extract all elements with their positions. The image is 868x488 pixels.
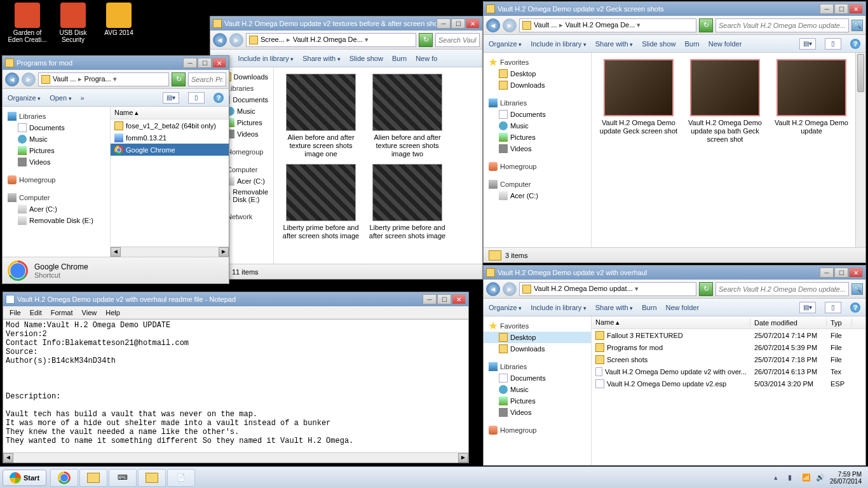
scrollbar[interactable] [855, 53, 865, 247]
nav-libraries[interactable]: Libraries [3, 111, 110, 122]
minimize-button[interactable]: ─ [423, 294, 437, 304]
minimize-button[interactable]: ─ [183, 58, 197, 68]
task-explorer-2[interactable] [138, 469, 166, 487]
list-item[interactable]: Screen shots 25/07/2014 7:18 PM File [592, 353, 865, 365]
col-name[interactable]: Name ▴ [111, 109, 229, 117]
file-list[interactable]: Name ▴ fose_v1_2_beta2 (64bit only) fomm… [111, 107, 229, 257]
desktop-icon[interactable]: AVG 2014 [97, 3, 141, 36]
burn-button[interactable]: Burn [642, 304, 656, 311]
forward-button[interactable]: ► [503, 18, 517, 32]
close-button[interactable]: ✕ [849, 4, 863, 14]
nav-libraries[interactable]: Libraries [484, 97, 591, 109]
forward-button[interactable]: ► [22, 72, 36, 86]
list-item[interactable]: fose_v1_2_beta2 (64bit only) [111, 119, 229, 132]
thumbnail-item[interactable]: Alien before and after texture screen sh… [367, 74, 448, 159]
nav-videos[interactable]: Videos [484, 143, 591, 154]
nav-documents[interactable]: Documents [3, 122, 110, 133]
help-icon[interactable]: ? [214, 93, 224, 103]
include-library-button[interactable]: Include in library [238, 55, 294, 62]
back-button[interactable]: ◄ [5, 72, 19, 86]
view-button[interactable]: ▤▾ [163, 92, 179, 104]
nav-computer[interactable]: Computer [3, 192, 110, 203]
volume-icon[interactable]: 🔊 [816, 473, 825, 482]
close-button[interactable]: ✕ [466, 18, 480, 29]
close-button[interactable]: ✕ [212, 58, 226, 68]
search-box[interactable] [188, 72, 226, 86]
maximize-button[interactable]: ☐ [451, 18, 465, 29]
scroll-left[interactable]: ◄ [3, 453, 13, 463]
help-icon[interactable]: ? [850, 39, 860, 49]
nav-downloads[interactable]: Downloads [484, 343, 591, 355]
list-item[interactable]: Google Chrome [111, 144, 229, 156]
list-item[interactable]: Programs for mod 26/07/2014 5:39 PM File [592, 341, 865, 353]
address-bar[interactable]: Vault ... Progra... [38, 72, 169, 86]
col-date[interactable]: Date modified [750, 319, 827, 327]
preview-pane-button[interactable]: ▯ [825, 302, 841, 313]
nav-music[interactable]: Music [3, 133, 110, 145]
view-button[interactable]: ▤▾ [799, 38, 816, 50]
system-tray[interactable]: ▴ ▮ 📶 🔊 7:59 PM 26/07/2014 [770, 471, 865, 485]
nav-pictures[interactable]: Pictures [3, 145, 110, 156]
list-item[interactable]: Vault H.2 Omega Demo update v2 with over… [592, 365, 865, 377]
organize-button[interactable]: Organize [489, 304, 522, 311]
minimize-button[interactable]: ─ [820, 268, 834, 278]
menu-format[interactable]: Format [47, 308, 77, 318]
task-keyboard[interactable]: ⌨ [109, 469, 137, 487]
menu-edit[interactable]: Edit [26, 308, 46, 318]
view-button[interactable]: ▤▾ [799, 302, 816, 313]
nav-homegroup[interactable]: Homegroup [484, 161, 591, 172]
nav-favorites[interactable]: Favorites [484, 57, 591, 68]
maximize-button[interactable]: ☐ [834, 268, 848, 278]
file-list[interactable]: Name ▴ Date modified Typ Fallout 3 RETEX… [592, 316, 865, 465]
minimize-button[interactable]: ─ [437, 18, 451, 29]
list-item[interactable]: Fallout 3 RETEXTURED 25/07/2014 7:14 PM … [592, 329, 865, 341]
refresh-button[interactable]: ↻ [172, 72, 186, 86]
clock[interactable]: 7:59 PM 26/07/2014 [830, 471, 862, 485]
address-bar[interactable]: Vault ... Vault H.2 Omega De... [519, 18, 696, 32]
start-button[interactable]: Start [3, 470, 46, 486]
nav-pictures[interactable]: Pictures [484, 132, 591, 143]
nav-homegroup[interactable]: Homegroup [3, 174, 110, 186]
nav-desktop[interactable]: Desktop [484, 68, 591, 79]
preview-pane-button[interactable]: ▯ [825, 38, 841, 50]
task-notepad[interactable]: 📄 [167, 469, 195, 487]
new-folder-button[interactable]: New folder [709, 40, 742, 48]
task-chrome[interactable] [50, 469, 78, 487]
back-button[interactable]: ◄ [486, 18, 500, 32]
nav-music[interactable]: Music [484, 120, 591, 132]
col-name[interactable]: Name ▴ [592, 318, 750, 327]
nav-music[interactable]: Music [484, 384, 591, 395]
minimize-button[interactable]: ─ [820, 4, 834, 14]
nav-pane[interactable]: Libraries Documents Music Pictures Video… [3, 107, 111, 257]
titlebar[interactable]: Vault H.2 Omega Demo update v2 with over… [3, 292, 468, 306]
maximize-button[interactable]: ☐ [437, 294, 451, 304]
nav-libraries[interactable]: Libraries [484, 361, 591, 372]
nav-homegroup[interactable]: Homegroup [484, 424, 591, 436]
menu-help[interactable]: Help [102, 308, 124, 318]
thumbnail-item[interactable]: Liberty prime before and after screen sh… [367, 164, 448, 240]
maximize-button[interactable]: ☐ [834, 4, 848, 14]
nav-videos[interactable]: Videos [484, 407, 591, 418]
back-button[interactable]: ◄ [213, 33, 227, 47]
nav-pane[interactable]: Favorites Desktop Downloads Libraries Do… [484, 316, 592, 465]
preview-pane-button[interactable]: ▯ [188, 92, 205, 104]
include-library-button[interactable]: Include in library [531, 40, 587, 48]
nav-computer[interactable]: Computer [484, 179, 591, 190]
search-box[interactable] [435, 33, 480, 47]
new-folder-button[interactable]: New folder [666, 304, 700, 311]
task-explorer[interactable] [79, 469, 107, 487]
forward-button[interactable]: ► [503, 282, 517, 296]
tray-expand-icon[interactable]: ▴ [774, 473, 783, 482]
share-button[interactable]: Share with [595, 40, 634, 48]
nav-documents[interactable]: Documents [484, 109, 591, 120]
refresh-button[interactable]: ↻ [699, 18, 713, 32]
titlebar[interactable]: Vault H.2 Omega Demo update v2 with over… [484, 266, 865, 280]
include-library-button[interactable]: Include in library [531, 304, 587, 311]
address-bar[interactable]: Scree... Vault H.2 Omega De... [246, 33, 416, 47]
refresh-button[interactable]: ↻ [699, 282, 713, 296]
menu-file[interactable]: File [6, 308, 25, 318]
scroll-left[interactable]: ◄ [111, 247, 121, 257]
nav-pictures[interactable]: Pictures [484, 395, 591, 407]
nav-acer[interactable]: Acer (C:) [484, 190, 591, 201]
titlebar[interactable]: Vault H.2 Omega Demo update v2 textures … [210, 17, 482, 30]
